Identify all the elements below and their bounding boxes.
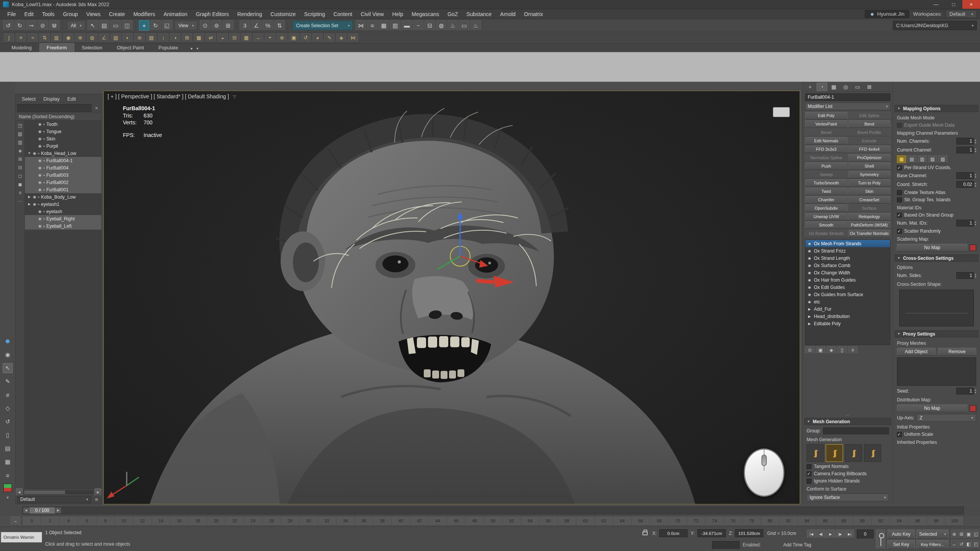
close-icon[interactable]: ×	[93, 105, 100, 111]
curve-editor-icon[interactable]: ~	[413, 20, 423, 31]
checkbox-row[interactable]: ✓ Tangent Normals	[807, 464, 889, 469]
frame-tick[interactable]: 54	[521, 516, 539, 525]
frame-tick[interactable]: 24	[244, 516, 262, 525]
object-name-field[interactable]: FurBall004-1	[805, 93, 890, 101]
align-icon[interactable]: ≡	[367, 20, 377, 31]
previous-frame-icon[interactable]: ◀|	[817, 530, 825, 538]
angle-snap-icon[interactable]: ∠	[251, 20, 261, 31]
render-setup-icon[interactable]: ♨	[448, 20, 458, 31]
modifier-button[interactable]: Surface	[848, 204, 891, 212]
remove-button[interactable]: Remove	[938, 348, 977, 355]
frame-tick[interactable]: 14	[152, 516, 170, 525]
scrollbar-thumb[interactable]	[24, 491, 65, 494]
modifier-stack-item[interactable]: ◉ Ox Guides from Surface	[805, 291, 890, 298]
modifier-stack-item[interactable]: ◉ etc	[805, 298, 890, 305]
frame-tick[interactable]: 84	[797, 516, 816, 525]
viewport[interactable]: [ + ] [ Perspective ] [ Standard* ] [ De…	[103, 91, 800, 504]
rollout-header[interactable]: ▼Mapping Options	[895, 105, 978, 112]
z-coordinate-field[interactable]: 101.539cm	[735, 529, 763, 537]
explorer-tool-icon[interactable]: ▥	[18, 140, 22, 145]
select-and-rotate-icon[interactable]: ↻	[150, 20, 161, 31]
explorer-menu-icon[interactable]: ≡	[93, 497, 100, 502]
modifier-button[interactable]: Extrude	[848, 137, 891, 145]
frame-tick[interactable]: 6	[78, 516, 96, 525]
checkbox[interactable]: ✓	[897, 432, 902, 437]
frame-tick[interactable]: 72	[687, 516, 705, 525]
menu-item[interactable]: Rendering	[233, 11, 266, 17]
strip-mesh-icon[interactable]: ʃʃʃ	[807, 444, 824, 462]
expand-arrow-icon[interactable]: ▶	[27, 202, 31, 206]
modifier-visibility-icon[interactable]: ◉	[807, 242, 812, 246]
named-selection-set-input[interactable]: Create Selection Set▾	[292, 21, 353, 30]
menu-item[interactable]: Substance	[462, 11, 496, 17]
modifier-button[interactable]: Chamfer	[805, 196, 848, 204]
selection-filter-dropdown[interactable]: All▾	[67, 21, 85, 30]
map-swatch[interactable]	[970, 245, 976, 251]
measure-icon[interactable]: #	[3, 390, 13, 400]
ornatrix-tool-icon[interactable]: ▧	[111, 33, 121, 42]
visibility-eye-icon[interactable]: ◉	[38, 137, 42, 141]
ornatrix-tool-icon[interactable]: ⋈	[348, 33, 358, 42]
ribbon-tab[interactable]: Populate	[152, 44, 185, 52]
menu-item[interactable]: Customize	[266, 11, 300, 17]
checkbox[interactable]: ✓	[897, 229, 902, 234]
group-input[interactable]	[823, 427, 889, 434]
frame-tick[interactable]: 4	[59, 516, 77, 525]
delete-icon[interactable]: ▯	[3, 430, 13, 440]
frame-tick[interactable]: 26	[262, 516, 281, 525]
visibility-eye-icon[interactable]: ◉	[33, 151, 36, 155]
redo-icon[interactable]: ↻	[15, 20, 25, 31]
viewport-filter-icon[interactable]: ▽	[233, 94, 236, 99]
scene-object-row[interactable]: ▶ ◉ ● eyelash1	[25, 201, 101, 208]
modifier-visibility-icon[interactable]: ▶	[807, 307, 812, 311]
remove-modifier-icon[interactable]: ▯	[837, 346, 847, 354]
zoom-extents-icon[interactable]: ▣	[965, 530, 972, 539]
current-frame-field[interactable]: 0	[857, 530, 874, 538]
viewport-label[interactable]: [ + ] [ Perspective ] [ Standard* ] [ De…	[108, 93, 236, 99]
scene-object-row[interactable]: ◉ ● Tongue	[25, 128, 101, 135]
modifier-visibility-icon[interactable]: ◉	[807, 249, 812, 253]
checkbox[interactable]: ✓	[897, 190, 902, 195]
modifier-button[interactable]: VertexPaint	[805, 120, 848, 128]
ornatrix-tool-icon[interactable]: ʃ	[4, 33, 14, 42]
modifier-stack-item[interactable]: ◉ Ox Strand Length	[805, 254, 890, 262]
modifier-button[interactable]: CreaseSet	[848, 196, 891, 204]
cylinder-mesh-icon[interactable]: ʃʃʃ	[845, 444, 862, 462]
ribbon-tab[interactable]: Modeling	[5, 44, 39, 52]
menu-item[interactable]: Tools	[38, 11, 59, 17]
frame-tick[interactable]: 94	[890, 516, 908, 525]
modifier-button[interactable]: Push	[805, 162, 848, 170]
next-key-icon[interactable]: ▶	[55, 507, 61, 514]
visibility-eye-icon[interactable]: ◉	[38, 129, 42, 134]
spinner-snap-icon[interactable]: ⇅	[274, 20, 284, 31]
time-slider[interactable]: ◀ 0 / 100 ▶	[0, 505, 980, 516]
modifier-button[interactable]: Twist	[805, 187, 848, 195]
ornatrix-tool-icon[interactable]: ≡	[16, 33, 26, 42]
explorer-tool-icon[interactable]: ▧	[18, 131, 22, 137]
package-icon[interactable]: ▦	[3, 457, 13, 467]
visibility-eye-icon[interactable]: ◉	[38, 122, 42, 126]
maximize-button[interactable]: □	[945, 0, 962, 9]
community-icon[interactable]: ☻	[3, 336, 13, 346]
uv-channel-icon[interactable]: ▨	[938, 155, 947, 163]
ornatrix-tool-icon[interactable]: ▩	[194, 33, 204, 42]
scene-object-row[interactable]: ◉ ● FurBall003	[25, 171, 101, 179]
menu-item[interactable]: Graph Editors	[191, 11, 233, 17]
distribution-map-button[interactable]: No Map	[897, 404, 967, 412]
ribbon-toggle-icon[interactable]: ▬	[402, 20, 412, 31]
explorer-tool-icon[interactable]: ⊞	[18, 156, 22, 162]
ornatrix-tool-icon[interactable]: ⊞	[182, 33, 192, 42]
menu-item[interactable]: Scripting	[300, 11, 329, 17]
bind-to-space-warp-icon[interactable]: ⋓	[49, 20, 59, 31]
scene-object-row[interactable]: ◉ ● FurBall004	[25, 164, 101, 171]
uv-channel-icon[interactable]: ▤	[907, 155, 916, 163]
y-coordinate-field[interactable]: -34.671cm	[697, 529, 726, 537]
modifier-visibility-icon[interactable]: ◉	[807, 300, 812, 304]
ornatrix-tool-icon[interactable]: ◓	[265, 33, 275, 42]
frame-tick[interactable]: 100	[945, 516, 964, 525]
frame-tick[interactable]: 10	[114, 516, 133, 525]
frame-tick[interactable]: 48	[465, 516, 483, 525]
ornatrix-tool-icon[interactable]: ▥	[51, 33, 62, 42]
modifier-visibility-icon[interactable]: ▶	[807, 322, 812, 326]
frame-tick[interactable]: 36	[354, 516, 373, 525]
